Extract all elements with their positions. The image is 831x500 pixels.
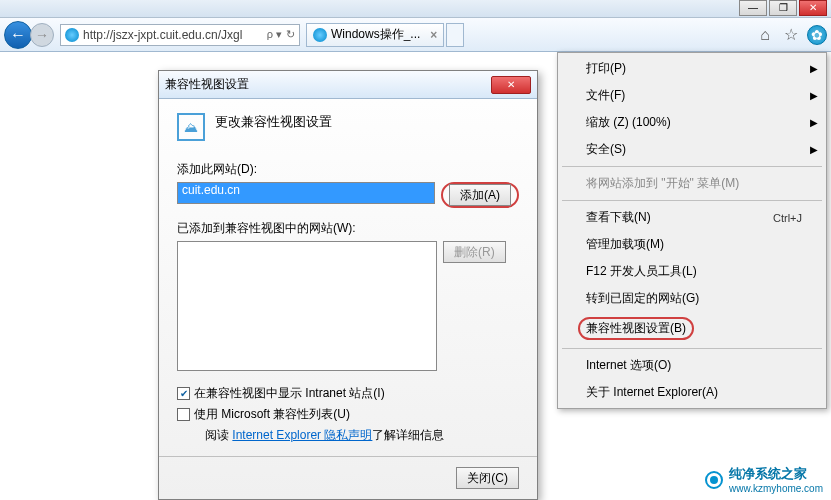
privacy-statement-link[interactable]: Internet Explorer 隐私声明 xyxy=(232,428,372,442)
maximize-button[interactable]: ❐ xyxy=(769,0,797,16)
back-button[interactable]: ← xyxy=(4,21,32,49)
dialog-title-text: 兼容性视图设置 xyxy=(165,76,249,93)
added-sites-listbox[interactable] xyxy=(177,241,437,371)
browser-tab[interactable]: Windows操作_... × xyxy=(306,23,444,47)
navigation-bar: ← → http://jszx-jxpt.cuit.edu.cn/Jxgl ρ … xyxy=(0,18,831,52)
watermark-url: www.kzmyhome.com xyxy=(729,483,823,494)
new-tab-button[interactable] xyxy=(446,23,464,47)
tab-title: Windows操作_... xyxy=(331,26,420,43)
favorites-star-icon[interactable]: ☆ xyxy=(781,25,801,45)
menu-item-about-ie[interactable]: 关于 Internet Explorer(A) xyxy=(558,379,826,406)
remove-button[interactable]: 删除(R) xyxy=(443,241,506,263)
menu-item-print[interactable]: 打印(P)▶ xyxy=(558,55,826,82)
compat-view-icon: ⛰ xyxy=(177,113,205,141)
menu-item-internet-options[interactable]: Internet 选项(O) xyxy=(558,352,826,379)
add-button[interactable]: 添加(A) xyxy=(449,184,511,206)
menu-separator xyxy=(562,348,822,349)
menu-item-manage-addons[interactable]: 管理加载项(M) xyxy=(558,231,826,258)
dialog-close-button[interactable]: ✕ xyxy=(491,76,531,94)
menu-item-add-to-start[interactable]: 将网站添加到 "开始" 菜单(M) xyxy=(558,170,826,197)
intranet-compat-label: 在兼容性视图中显示 Intranet 站点(I) xyxy=(194,385,385,402)
added-sites-label: 已添加到兼容性视图中的网站(W): xyxy=(177,220,519,237)
submenu-arrow-icon: ▶ xyxy=(810,144,818,155)
dialog-titlebar[interactable]: 兼容性视图设置 ✕ xyxy=(159,71,537,99)
watermark-logo-icon xyxy=(705,471,723,489)
add-site-input[interactable]: cuit.edu.cn xyxy=(177,182,435,204)
window-close-button[interactable]: ✕ xyxy=(799,0,827,16)
read-suffix: 了解详细信息 xyxy=(372,428,444,442)
add-site-label: 添加此网站(D): xyxy=(177,161,519,178)
refresh-icon[interactable]: ↻ xyxy=(286,28,295,41)
tools-menu: 打印(P)▶ 文件(F)▶ 缩放 (Z) (100%)▶ 安全(S)▶ 将网站添… xyxy=(557,52,827,409)
home-icon[interactable]: ⌂ xyxy=(755,25,775,45)
menu-item-compat-view-settings[interactable]: 兼容性视图设置(B) xyxy=(558,312,826,345)
menu-separator xyxy=(562,166,822,167)
intranet-compat-checkbox[interactable]: ✔ xyxy=(177,387,190,400)
shortcut-text: Ctrl+J xyxy=(773,212,802,224)
submenu-arrow-icon: ▶ xyxy=(810,63,818,74)
menu-item-file[interactable]: 文件(F)▶ xyxy=(558,82,826,109)
minimize-button[interactable]: — xyxy=(739,0,767,16)
window-titlebar: — ❐ ✕ xyxy=(0,0,831,18)
read-prefix: 阅读 xyxy=(205,428,232,442)
address-bar[interactable]: http://jszx-jxpt.cuit.edu.cn/Jxgl ρ ▾ ↻ xyxy=(60,24,300,46)
menu-item-view-downloads[interactable]: 查看下载(N)Ctrl+J xyxy=(558,204,826,231)
compat-view-dialog: 兼容性视图设置 ✕ ⛰ 更改兼容性视图设置 添加此网站(D): cuit.edu… xyxy=(158,70,538,500)
ms-compat-list-label: 使用 Microsoft 兼容性列表(U) xyxy=(194,406,350,423)
watermark-name: 纯净系统之家 xyxy=(729,465,823,483)
ms-compat-list-checkbox[interactable] xyxy=(177,408,190,421)
menu-item-safety[interactable]: 安全(S)▶ xyxy=(558,136,826,163)
tab-close-icon[interactable]: × xyxy=(430,28,437,42)
search-dropdown-icon[interactable]: ρ ▾ xyxy=(267,28,282,41)
submenu-arrow-icon: ▶ xyxy=(810,117,818,128)
dialog-heading: 更改兼容性视图设置 xyxy=(215,113,332,131)
menu-separator xyxy=(562,200,822,201)
url-text: http://jszx-jxpt.cuit.edu.cn/Jxgl xyxy=(83,28,242,42)
ie-icon xyxy=(65,28,79,42)
forward-button[interactable]: → xyxy=(30,23,54,47)
menu-item-pinned-sites[interactable]: 转到已固定的网站(G) xyxy=(558,285,826,312)
ie-icon xyxy=(313,28,327,42)
menu-item-zoom[interactable]: 缩放 (Z) (100%)▶ xyxy=(558,109,826,136)
submenu-arrow-icon: ▶ xyxy=(810,90,818,101)
watermark: 纯净系统之家 www.kzmyhome.com xyxy=(705,465,823,494)
dialog-close-btn[interactable]: 关闭(C) xyxy=(456,467,519,489)
menu-item-f12-devtools[interactable]: F12 开发人员工具(L) xyxy=(558,258,826,285)
tools-gear-icon[interactable]: ✿ xyxy=(807,25,827,45)
